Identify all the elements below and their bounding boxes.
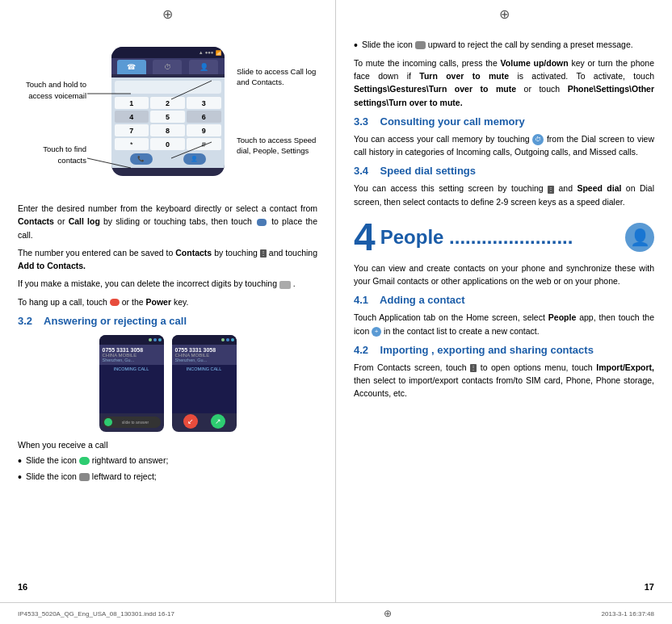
call-screen-status-1 bbox=[99, 335, 164, 345]
call-number-2: 0755 3331 3058 bbox=[175, 347, 233, 353]
icon-add-contact: + bbox=[372, 327, 381, 337]
btn-reject-2[interactable]: ↙ bbox=[183, 414, 198, 429]
call-screenshot-2: 0755 3331 3058 CHINA MOBILE Shenzhen, Gu… bbox=[172, 335, 237, 432]
para-save-number: The number you entered can be saved to C… bbox=[18, 246, 317, 273]
section-33-heading: 3.3 Consulting your call memory bbox=[354, 115, 654, 128]
number-display bbox=[115, 81, 221, 94]
when-receive-label: When you receive a call bbox=[18, 440, 317, 450]
call-type-1: INCOMING CALL bbox=[99, 365, 164, 373]
crosshair-icon-left: ⊕ bbox=[162, 7, 173, 21]
icon-menu-speed: ⋮ bbox=[548, 186, 554, 194]
bullet-2-text: Slide Slide the iconthe icon leftward to… bbox=[26, 471, 157, 484]
call-actions-2: ↙ ↗ bbox=[172, 414, 237, 429]
tab-contacts: 👤 bbox=[189, 60, 218, 74]
annotation-touch-hold: Touch and hold to access voicemail bbox=[18, 79, 86, 102]
left-page: ⊕ Touch and hold to access voicemail Tou… bbox=[0, 0, 336, 624]
section-32-number: 3.2 bbox=[18, 315, 32, 327]
bullet-dot-2: • bbox=[18, 471, 22, 483]
top-crosshair-right: ⊕ bbox=[499, 6, 510, 22]
footer-file-info: IP4533_5020A_QG_Eng_USA_08_130301.indd 1… bbox=[18, 610, 174, 618]
section-4-number: 4 bbox=[354, 218, 376, 257]
bullet-dot-1: • bbox=[18, 455, 22, 467]
key-hash: # bbox=[187, 138, 221, 150]
status-dot-4 bbox=[221, 338, 225, 341]
para-mute: To mute the incoming calls, press the Vo… bbox=[354, 57, 654, 109]
footer-bar: IP4533_5020A_QG_Eng_USA_08_130301.indd 1… bbox=[0, 602, 672, 624]
footer-date: 2013-3-1 16:37:48 bbox=[602, 610, 654, 618]
key-2: 2 bbox=[150, 97, 185, 109]
dialpad-grid: 1 2 3 4 5 6 7 8 9 * 0 # bbox=[115, 97, 221, 150]
section-34-heading: 3.4 Speed dial settings bbox=[354, 165, 654, 177]
para-call-memory: You can access your call memory by touch… bbox=[354, 132, 654, 159]
status-dot-1 bbox=[149, 338, 152, 341]
status-dot-3 bbox=[158, 338, 162, 341]
section-4-header: 4 People ....................... 👤 bbox=[354, 218, 654, 257]
section-42-number: 4.2 bbox=[354, 344, 368, 356]
section-32-heading: 3.2 Answering or rejecting a call bbox=[18, 315, 317, 327]
tab-phone: ☎ bbox=[117, 60, 146, 74]
top-crosshair-left: ⊕ bbox=[162, 6, 173, 22]
para-hangup: To hang up a call, touch or the Power ke… bbox=[18, 295, 317, 308]
key-3: 3 bbox=[187, 97, 221, 109]
call-body-1 bbox=[99, 373, 164, 413]
key-7: 7 bbox=[115, 124, 149, 136]
para-people: You can view and create contacts on your… bbox=[354, 262, 654, 288]
key-4: 4 bbox=[115, 111, 149, 123]
bullet-upward-text: Slide the icon upward to reject the call… bbox=[362, 39, 633, 52]
section-33-title: Consulting your call memory bbox=[380, 115, 525, 128]
btn-answer-2[interactable]: ↗ bbox=[211, 414, 225, 429]
right-text-content: • Slide the icon upward to reject the ca… bbox=[354, 39, 654, 400]
left-text-content: Enter the desired number from the keyboa… bbox=[18, 202, 317, 308]
people-icon: 👤 bbox=[630, 228, 650, 247]
call-type-label-1: INCOMING CALL bbox=[103, 366, 161, 371]
section-42-title: Importing , exporting and sharing contac… bbox=[380, 344, 594, 356]
call-screenshot-1: 0755 3331 3058 CHINA MOBILE Shenzhen, Gu… bbox=[99, 335, 164, 432]
bullet-1: • Slide the icon rightward to answer; bbox=[18, 454, 317, 467]
call-location-1: Shenzhen, Gu... bbox=[103, 358, 161, 362]
phone-tab-row: ☎ ⏱ 👤 bbox=[111, 58, 225, 74]
annotation-touch-speed: Touch to access Speed dial, People, Sett… bbox=[237, 136, 317, 157]
section-42-heading: 4.2 Importing , exporting and sharing co… bbox=[354, 344, 654, 356]
phone-status-bar: ▲ ●●● 📶 bbox=[111, 47, 225, 58]
section-4-icon: 👤 bbox=[625, 223, 654, 252]
status-dot-2 bbox=[153, 338, 157, 341]
section-32-title: Answering or rejecting a call bbox=[44, 315, 187, 327]
section-32: 3.2 Answering or rejecting a call bbox=[18, 315, 317, 327]
icon-call-memory: ⏱ bbox=[532, 134, 544, 145]
key-6: 6 bbox=[187, 111, 221, 123]
para-add-contact: Touch Application tab on the Home screen… bbox=[354, 311, 654, 337]
section-41-heading: 4.1 Adding a contact bbox=[354, 294, 654, 306]
call-screenshots: 0755 3331 3058 CHINA MOBILE Shenzhen, Gu… bbox=[18, 335, 317, 432]
para-import-export: From Contacts screen, touch ⋮ to open op… bbox=[354, 361, 654, 400]
key-star: * bbox=[115, 138, 149, 150]
section-41-number: 4.1 bbox=[354, 294, 368, 306]
call-body-2 bbox=[172, 373, 237, 413]
crosshair-icon-right: ⊕ bbox=[499, 7, 510, 21]
section-34-number: 3.4 bbox=[354, 165, 368, 177]
para-speed-dial: You can access this setting screen by to… bbox=[354, 182, 654, 208]
section-33-number: 3.3 bbox=[354, 115, 368, 128]
phone-image: ▲ ●●● 📶 ☎ ⏱ 👤 bbox=[111, 47, 225, 176]
call-number-1: 0755 3331 3058 bbox=[103, 347, 161, 353]
annotation-slide-call: Slide to access Call log and Contacts. bbox=[237, 67, 317, 88]
bullet-upward: • Slide the icon upward to reject the ca… bbox=[354, 39, 654, 52]
call-header-1: 0755 3331 3058 CHINA MOBILE Shenzhen, Gu… bbox=[99, 345, 164, 365]
tab-log: ⏱ bbox=[153, 60, 182, 74]
call-type-2: INCOMING CALL bbox=[172, 365, 237, 373]
key-8: 8 bbox=[150, 124, 185, 136]
bullet-dot-upward: • bbox=[354, 40, 358, 51]
call-screen-status-2 bbox=[172, 335, 237, 345]
call-header-2: 0755 3331 3058 CHINA MOBILE Shenzhen, Gu… bbox=[172, 345, 237, 365]
annotation-touch-find: Touch to find contacts bbox=[18, 144, 86, 166]
call-slide-bar-1: slide to answer bbox=[103, 417, 161, 428]
bullet-2: • Slide Slide the iconthe icon leftward … bbox=[18, 471, 317, 484]
dialpad: 1 2 3 4 5 6 7 8 9 * 0 # bbox=[111, 77, 225, 168]
status-dot-5 bbox=[226, 338, 229, 341]
footer-crosshair-icon: ⊕ bbox=[384, 608, 392, 619]
icon-answer bbox=[79, 457, 90, 465]
page-number-left: 16 bbox=[18, 582, 27, 592]
section-4-title: People ....................... bbox=[380, 226, 625, 249]
phone-diagram: Touch and hold to access voicemail Touch… bbox=[18, 39, 317, 192]
key-9: 9 bbox=[187, 124, 221, 136]
call-slide-text-1: slide to answer bbox=[112, 420, 159, 425]
